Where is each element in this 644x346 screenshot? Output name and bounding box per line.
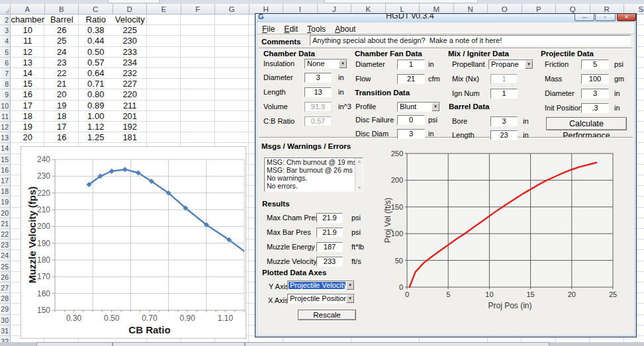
row-header-25[interactable]: 25: [0, 261, 11, 272]
row-header-23[interactable]: 23: [0, 239, 11, 250]
cell[interactable]: 0.64: [79, 68, 113, 79]
calculate-performance-button[interactable]: Calculate Performance: [546, 117, 627, 130]
scroll-down-icon[interactable]: ▼: [355, 185, 363, 191]
messages-scrollbar[interactable]: ▲ ▼: [355, 158, 363, 191]
fan-diameter-input[interactable]: 1: [397, 60, 425, 69]
cell[interactable]: 0.80: [79, 89, 113, 100]
cell[interactable]: Barrel: [45, 15, 79, 25]
messages-box[interactable]: MSG: Chm burnout @ 19 msMSG: Bar burnout…: [264, 157, 363, 192]
cell[interactable]: 225: [113, 25, 148, 36]
chevron-down-icon[interactable]: ▼: [432, 103, 439, 111]
cell[interactable]: 20: [11, 132, 45, 143]
column-header-C[interactable]: C: [79, 4, 113, 15]
row-header-16[interactable]: 16: [0, 165, 11, 175]
row-header-7[interactable]: 7: [0, 68, 11, 79]
y-axis-select[interactable]: Projectile Velocity ▼: [287, 281, 355, 290]
chevron-down-icon[interactable]: ▼: [346, 281, 354, 290]
cell[interactable]: 12: [11, 47, 45, 58]
cell[interactable]: 1.00: [79, 111, 113, 122]
cell[interactable]: 232: [113, 68, 148, 79]
row-header-28[interactable]: 28: [0, 293, 11, 304]
row-header-2[interactable]: 2: [0, 15, 11, 25]
cell[interactable]: 181: [113, 132, 148, 143]
cell[interactable]: 25: [45, 36, 79, 46]
cell[interactable]: 26: [45, 25, 79, 36]
row-header-17[interactable]: 17: [0, 175, 11, 186]
projectile-diameter-input[interactable]: 3: [581, 89, 609, 99]
menu-about[interactable]: About: [330, 23, 360, 34]
minimize-button[interactable]: —: [575, 14, 594, 21]
column-header-E[interactable]: E: [147, 4, 181, 15]
row-header-5[interactable]: 5: [0, 47, 11, 58]
cell[interactable]: 230: [113, 36, 148, 46]
close-button[interactable]: ✕: [617, 14, 636, 21]
sheet-tab[interactable]: [36, 342, 113, 346]
fan-flow-input[interactable]: 21: [397, 74, 425, 84]
chevron-down-icon[interactable]: ▼: [339, 60, 347, 68]
row-header-10[interactable]: 10: [0, 101, 11, 111]
cell[interactable]: 227: [113, 79, 148, 89]
rescale-button[interactable]: Rescale: [298, 310, 356, 320]
chamber-length-input[interactable]: 13: [304, 87, 332, 97]
cell[interactable]: 0.71: [79, 79, 113, 89]
chevron-down-icon[interactable]: ▼: [525, 60, 533, 69]
cell[interactable]: 18: [45, 111, 79, 122]
column-header-F[interactable]: F: [181, 4, 216, 15]
projectile-mass-input[interactable]: 100: [581, 74, 609, 84]
comments-input[interactable]: [310, 35, 631, 46]
cell[interactable]: 14: [11, 68, 45, 79]
mix-propellant-select[interactable]: Propane▼: [488, 60, 533, 69]
barrel-length-input[interactable]: 23: [490, 130, 518, 140]
column-header-G[interactable]: G: [215, 4, 250, 15]
row-header-11[interactable]: 11: [0, 111, 11, 122]
transition-discfail-input[interactable]: 0: [397, 115, 425, 125]
row-header-20[interactable]: 20: [0, 208, 11, 218]
cell[interactable]: 22: [45, 68, 79, 79]
cell[interactable]: 211: [113, 101, 148, 111]
transition-profile-select[interactable]: Blunt▼: [397, 102, 440, 112]
row-header-18[interactable]: 18: [0, 186, 11, 196]
row-header-15[interactable]: 15: [0, 154, 11, 165]
row-header-31[interactable]: 31: [0, 325, 11, 336]
row-header-12[interactable]: 12: [0, 122, 11, 132]
cell[interactable]: 201: [113, 111, 148, 122]
row-header-29[interactable]: 29: [0, 304, 11, 314]
cell[interactable]: 233: [113, 47, 148, 58]
maximize-button[interactable]: ▫: [595, 14, 616, 21]
row-header-4[interactable]: 4: [0, 36, 11, 46]
cell[interactable]: 1.25: [79, 132, 113, 143]
cell[interactable]: 19: [45, 101, 79, 111]
cell[interactable]: 15: [11, 79, 45, 89]
barrel-bore-input[interactable]: 3: [490, 116, 518, 126]
cell[interactable]: 0.57: [79, 58, 113, 68]
cell[interactable]: 0.50: [79, 47, 113, 58]
cell[interactable]: 16: [11, 89, 45, 100]
cell[interactable]: 13: [11, 58, 45, 68]
excel-chart[interactable]: 1501601701801902002102202302400.300.500.…: [21, 146, 246, 339]
column-header-B[interactable]: B: [45, 4, 79, 15]
sheet-tab[interactable]: [113, 342, 245, 346]
row-header-13[interactable]: 13: [0, 132, 11, 143]
row-header-8[interactable]: 8: [0, 79, 11, 89]
row-header-6[interactable]: 6: [0, 58, 11, 68]
cell[interactable]: 19: [11, 122, 45, 132]
projectile-initpos-input[interactable]: .3: [581, 103, 609, 113]
row-header-9[interactable]: 9: [0, 89, 11, 100]
x-axis-select[interactable]: Projectile Position ▼: [287, 294, 355, 304]
cell[interactable]: 18: [11, 111, 45, 122]
cell[interactable]: 0.38: [79, 25, 113, 36]
sheet-tab[interactable]: [245, 342, 549, 346]
cell[interactable]: 192: [113, 122, 148, 132]
row-header-3[interactable]: 3: [0, 25, 11, 36]
cell[interactable]: 10: [11, 25, 45, 36]
cell[interactable]: 23: [45, 58, 79, 68]
column-header-D[interactable]: D: [113, 4, 148, 15]
row-header-21[interactable]: 21: [0, 218, 11, 229]
row-header-24[interactable]: 24: [0, 250, 11, 261]
transition-discdiam-input[interactable]: 3: [397, 129, 425, 139]
cell[interactable]: chamber: [11, 15, 45, 25]
cell[interactable]: 24: [45, 47, 79, 58]
cell[interactable]: Ratio: [79, 15, 113, 25]
cell[interactable]: 1.12: [79, 122, 113, 132]
menu-edit[interactable]: Edit: [279, 23, 302, 34]
